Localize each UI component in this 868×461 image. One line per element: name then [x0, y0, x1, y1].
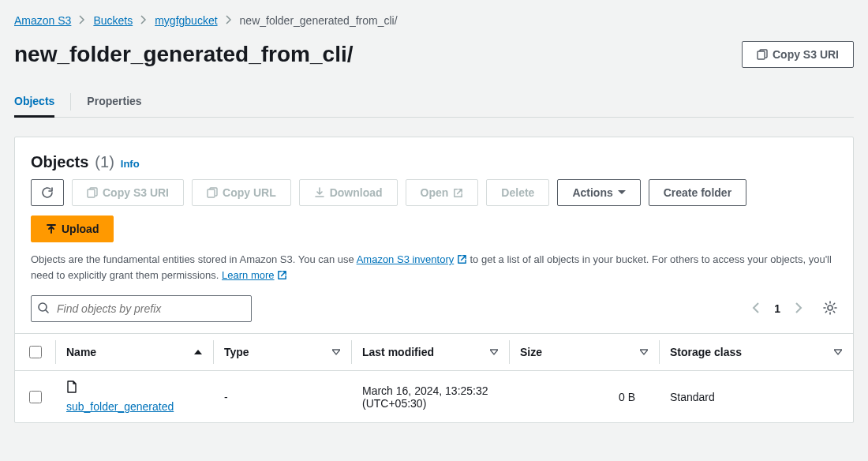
info-link[interactable]: Info	[121, 158, 140, 170]
sort-icon	[640, 346, 648, 358]
search-wrap	[31, 295, 252, 322]
button-label: Create folder	[664, 186, 731, 199]
learn-more-link[interactable]: Learn more	[222, 269, 274, 281]
button-label: Download	[330, 186, 383, 199]
settings-button[interactable]	[823, 301, 837, 317]
sort-icon	[834, 346, 842, 358]
create-folder-button[interactable]: Create folder	[649, 179, 746, 206]
chevron-right-icon	[79, 14, 85, 27]
tab-objects[interactable]: Objects	[14, 87, 54, 118]
object-name-link[interactable]: sub_folder_generated	[66, 400, 202, 413]
column-last-modified[interactable]: Last modified	[351, 334, 509, 371]
panel-description: Objects are the fundamental entities sto…	[31, 252, 837, 283]
external-link-icon	[453, 188, 463, 198]
upload-button[interactable]: Upload	[31, 216, 114, 242]
svg-point-4	[828, 305, 832, 310]
objects-table: Name Type Last modified	[15, 333, 853, 422]
page-number: 1	[774, 302, 780, 315]
copy-url-button: Copy URL	[192, 179, 291, 206]
breadcrumb-current: new_folder_generated_from_cli/	[240, 14, 398, 27]
objects-panel: Objects (1) Info Copy S3 URI Copy URL	[14, 137, 854, 423]
search-input[interactable]	[31, 295, 252, 322]
external-link-icon	[457, 253, 467, 265]
panel-count: (1)	[95, 153, 114, 171]
column-type[interactable]: Type	[213, 334, 351, 371]
chevron-right-icon	[226, 14, 232, 27]
table-row: sub_folder_generated - March 16, 2024, 1…	[15, 371, 853, 423]
cell-type: -	[213, 371, 351, 423]
refresh-button[interactable]	[31, 179, 64, 206]
breadcrumb-link-bucket[interactable]: mygfgbucket	[155, 14, 217, 27]
button-label: Upload	[62, 223, 99, 235]
select-all-header	[15, 334, 55, 371]
copy-icon	[207, 187, 218, 198]
prev-page-button	[749, 299, 763, 319]
download-button: Download	[299, 179, 398, 206]
cell-storage-class: Standard	[659, 371, 853, 423]
column-storage-class[interactable]: Storage class	[659, 334, 853, 371]
column-name[interactable]: Name	[55, 334, 213, 371]
breadcrumb-link-s3[interactable]: Amazon S3	[14, 14, 71, 27]
breadcrumb-link-buckets[interactable]: Buckets	[93, 14, 133, 27]
sort-asc-icon	[194, 346, 202, 358]
tab-properties[interactable]: Properties	[87, 87, 141, 117]
file-icon	[66, 380, 202, 397]
inventory-link[interactable]: Amazon S3 inventory	[357, 253, 455, 265]
open-button: Open	[406, 179, 479, 206]
button-label: Copy URL	[223, 186, 276, 199]
copy-s3-uri-button: Copy S3 URI	[72, 179, 184, 206]
delete-button: Delete	[486, 179, 549, 206]
button-label: Copy S3 URI	[103, 186, 169, 199]
cell-size: 0 B	[509, 371, 659, 423]
button-label: Open	[421, 186, 449, 199]
next-page-button	[791, 299, 806, 319]
tab-divider	[70, 93, 71, 111]
copy-icon	[87, 187, 98, 198]
panel-title: Objects	[31, 153, 88, 171]
pager: 1	[749, 299, 837, 319]
copy-icon	[757, 49, 768, 60]
cell-last-modified: March 16, 2024, 13:25:32 (UTC+05:30)	[351, 371, 509, 423]
download-icon	[314, 187, 325, 198]
row-checkbox[interactable]	[29, 391, 42, 403]
svg-rect-1	[88, 189, 95, 197]
actions-button[interactable]: Actions	[557, 179, 640, 206]
refresh-icon	[41, 186, 54, 199]
upload-icon	[46, 223, 57, 234]
external-link-icon	[277, 269, 287, 281]
select-all-checkbox[interactable]	[29, 346, 42, 358]
button-label: Actions	[572, 186, 612, 199]
sort-icon	[490, 346, 498, 358]
button-label: Delete	[501, 186, 534, 199]
svg-rect-0	[758, 51, 765, 59]
button-label: Copy S3 URI	[773, 48, 839, 61]
page-title: new_folder_generated_from_cli/	[14, 42, 353, 67]
breadcrumb: Amazon S3 Buckets mygfgbucket new_folder…	[14, 14, 854, 27]
svg-rect-2	[208, 189, 215, 197]
caret-down-icon	[618, 189, 626, 196]
copy-s3-uri-button[interactable]: Copy S3 URI	[742, 41, 854, 68]
tabs: Objects Properties	[14, 87, 854, 118]
sort-icon	[332, 346, 340, 358]
chevron-right-icon	[140, 14, 147, 27]
column-size[interactable]: Size	[509, 334, 659, 371]
